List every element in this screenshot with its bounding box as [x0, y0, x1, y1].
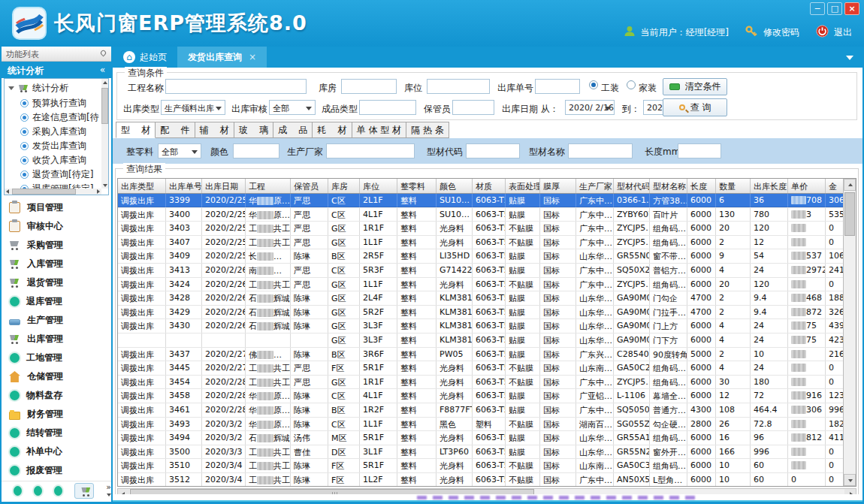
whole-select[interactable]: 全部 [158, 143, 201, 158]
sidebar-item-8[interactable]: 工地管理 [2, 349, 111, 367]
sidebar-item-5[interactable]: 退库管理 [2, 292, 111, 311]
column-header-17[interactable]: 出库长度 [751, 179, 788, 193]
sidebar-item-14[interactable]: 报废管理 [2, 461, 111, 480]
collapse-icon[interactable]: « [100, 65, 105, 75]
column-header-4[interactable]: 保管员 [291, 179, 328, 193]
tree-vscroll-thumb[interactable] [101, 88, 108, 124]
table-row[interactable]: G区3L3F整料KLM38176063-T5贴膜国标山东华…GA90M09…门下… [118, 333, 856, 348]
sidebar-item-0[interactable]: 项目管理 [2, 198, 111, 217]
tree-item-4[interactable]: 收货入库查询 [5, 153, 108, 167]
column-header-18[interactable]: 单价 [788, 179, 826, 193]
dot-shortcut-icon[interactable] [34, 486, 42, 496]
tree-item-3[interactable]: 发货出库查询 [5, 139, 108, 153]
out-no-input[interactable] [535, 79, 580, 94]
location-input[interactable] [427, 79, 490, 94]
product-type-input[interactable] [359, 100, 416, 115]
table-row[interactable]: 调拨出库34242020/2/26工共工程严思G区1L1F整料光身料6063-T… [118, 278, 856, 292]
column-header-12[interactable]: 生产厂家 [576, 179, 614, 193]
column-header-9[interactable]: 材质 [473, 179, 506, 193]
tab-home[interactable]: 起始页 [113, 47, 177, 68]
column-header-1[interactable]: 出库单号 [166, 179, 202, 193]
out-type-select[interactable]: 生产领料出库 [161, 100, 225, 115]
name-input[interactable] [568, 143, 633, 158]
clear-conditions-button[interactable]: 清空条件 [663, 78, 727, 95]
sidebar-item-10[interactable]: 物料盘存 [2, 386, 111, 405]
section-header[interactable]: 统计分析 « [2, 62, 111, 78]
tree-horizontal-scrollbar[interactable] [5, 189, 101, 195]
logout-link[interactable]: 退出 [834, 26, 852, 39]
column-header-15[interactable]: 长度 [687, 179, 716, 193]
column-header-13[interactable]: 型材代码 [614, 179, 650, 193]
change-password-link[interactable]: 修改密码 [763, 26, 799, 39]
color-input[interactable] [233, 143, 279, 158]
tab-close-icon[interactable]: × [249, 52, 256, 62]
table-row[interactable]: 调拨出库34932020/3/2华原…陈琳C区1L1F整料黑色塑料不贴膜国标湖南… [118, 418, 856, 432]
column-header-5[interactable]: 库房 [328, 179, 360, 193]
jiazhuang-radio[interactable] [627, 80, 636, 89]
sidebar-item-6[interactable]: 生产管理 [2, 311, 111, 330]
code-input[interactable] [466, 143, 520, 158]
table-row[interactable]: 调拨出库34372020/2/27佛…陈琳B区3R6F整料PW056063-T5… [118, 348, 856, 362]
grid-vscroll-thumb[interactable] [844, 192, 855, 236]
maker-input[interactable] [326, 143, 415, 158]
column-header-10[interactable]: 表面处理 [506, 179, 540, 193]
dot-shortcut-icon[interactable] [14, 486, 22, 496]
sidebar-item-13[interactable]: 补单中心 [2, 442, 111, 461]
material-tab-6[interactable]: 单 体 型 材 [352, 122, 406, 138]
tab-list-dropdown-icon[interactable] [846, 56, 853, 60]
tree-item-2[interactable]: 采购入库查询 [5, 125, 108, 139]
column-header-16[interactable]: 数量 [716, 179, 751, 193]
table-row[interactable]: 调拨出库35102020/3/4工共工程陈琳F区5R1F整料光身料6063-T5… [118, 459, 856, 473]
column-header-2[interactable]: 出库日期 [202, 179, 246, 193]
column-header-0[interactable]: 出库类型 [118, 179, 166, 193]
table-row[interactable]: 调拨出库34302020/2/26石辉城陈琳G区3L3F整料KLM3817606… [118, 319, 856, 333]
material-tab-2[interactable]: 辅 材 [195, 122, 234, 138]
tree-vertical-scrollbar[interactable] [101, 79, 108, 189]
material-tab-3[interactable]: 玻 璃 [234, 122, 273, 138]
column-header-14[interactable]: 型材名称 [650, 179, 687, 193]
table-row[interactable]: 调拨出库34942020/3/2石辉城汤伟M区5R1F整料光身料6063-T5贴… [118, 431, 856, 445]
table-row[interactable]: 调拨出库34542020/2/28工共工程严思G区1R1F整料光身料6063-T… [118, 376, 856, 390]
sidebar-item-2[interactable]: 采购管理 [2, 236, 111, 255]
dot-shortcut-icon[interactable] [54, 486, 62, 496]
tree-root[interactable]: 统计分析 [5, 79, 108, 96]
tree-expander-icon[interactable] [8, 86, 14, 90]
sidebar-item-1[interactable]: 审核中心 [2, 217, 111, 236]
grid-vertical-scrollbar[interactable] [843, 179, 856, 486]
table-row[interactable]: 调拨出库35122020/3/4工共工程陈琳F区1L2F整料光身料6063-T5… [118, 473, 856, 487]
table-row[interactable]: 调拨出库34292020/2/26石辉城陈琳G区5R2F整料KLM3817606… [118, 306, 856, 320]
table-row[interactable]: 调拨出库34002020/2/25华原…严思C区4L1F整料SU10…6063-… [118, 208, 856, 222]
column-header-8[interactable]: 颜色 [437, 179, 473, 193]
column-header-11[interactable]: 膜厚 [540, 179, 576, 193]
table-row[interactable]: 调拨出库35002020/3/3工共工程曹佳D区3L1F整料LT3P606063… [118, 445, 856, 460]
length-input[interactable] [678, 143, 721, 158]
material-tab-1[interactable]: 配 件 [156, 122, 195, 138]
table-row[interactable]: 调拨出库34132020/2/26南…严思C区5R3F整料G714226063-… [118, 264, 856, 278]
warehouse-input[interactable] [341, 79, 397, 94]
sidebar-item-9[interactable]: 仓储管理 [2, 367, 111, 386]
material-tab-4[interactable]: 成 品 [273, 122, 313, 138]
tree-item-0[interactable]: 预算执行查询 [5, 96, 108, 110]
project-name-input[interactable] [165, 79, 307, 94]
gongzhuang-radio[interactable] [589, 80, 598, 89]
maximize-button[interactable]: □ [827, 2, 842, 15]
minimize-button[interactable]: ─ [810, 2, 825, 15]
keeper-input[interactable] [452, 100, 494, 115]
table-row[interactable]: 调拨出库34072020/2/25工共工程严思G区1L1F整料光身料6063-T… [118, 236, 856, 250]
table-row[interactable]: 调拨出库34032020/2/25工共工程严思G区1R1F整料光身料6063-T… [118, 222, 856, 236]
tree-hscroll-thumb[interactable] [12, 189, 76, 195]
material-tab-7[interactable]: 隔 热 条 [406, 122, 449, 138]
sidebar-item-4[interactable]: 退货管理 [2, 273, 111, 292]
column-header-6[interactable]: 库位 [360, 179, 397, 193]
material-tab-0[interactable]: 型 材 [116, 122, 156, 138]
sidebar-item-3[interactable]: 入库管理 [2, 255, 111, 273]
cart-shortcut-button[interactable] [74, 483, 94, 499]
sidebar-item-12[interactable]: 结转管理 [2, 424, 111, 442]
table-row[interactable]: 调拨出库34452020/2/27工共工程严思F区5R1F整料光身料6063-T… [118, 361, 856, 376]
sidebar-item-11[interactable]: 财务管理 [2, 405, 111, 424]
column-header-7[interactable]: 整零料 [397, 179, 437, 193]
search-button[interactable]: 查 询 [663, 98, 727, 116]
date-from-picker[interactable]: 2020/ 2/16 [565, 100, 615, 115]
table-row[interactable]: 调拨出库34092020/2/25长…陈琳B区2R5F整料LI35HD6063-… [118, 249, 856, 264]
table-row[interactable]: 调拨出库34282020/2/26石辉城陈琳G区2L4F整料KLM3817606… [118, 291, 856, 306]
